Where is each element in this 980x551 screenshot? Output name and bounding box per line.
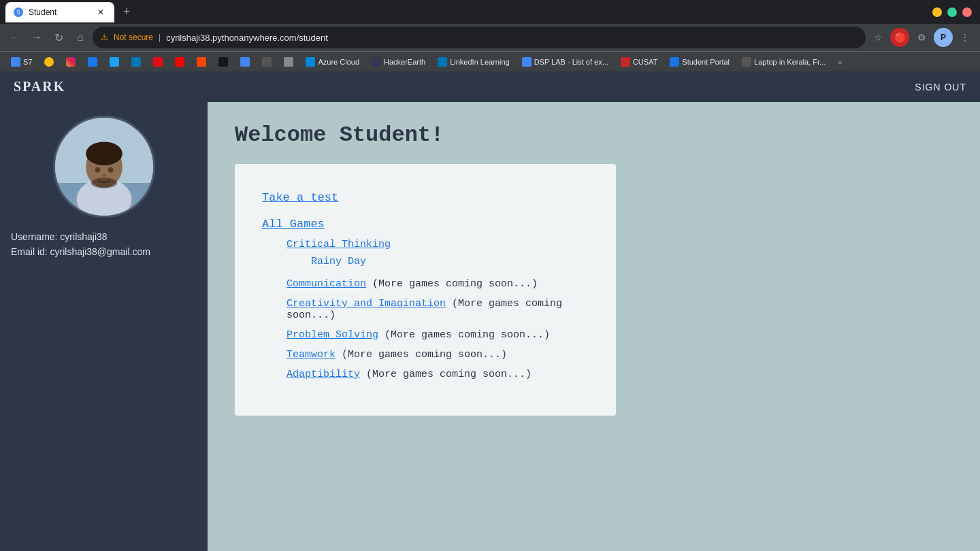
adaptibility-more: (More games coming soon...) bbox=[360, 369, 532, 380]
communication-link[interactable]: Communication bbox=[287, 278, 366, 290]
bookmark-azure[interactable]: Azure Cloud bbox=[300, 56, 365, 68]
problem-solving-more: (More games coming soon...) bbox=[378, 329, 550, 341]
creativity-link[interactable]: Creativity and Imagination bbox=[287, 298, 446, 310]
rainy-day-link[interactable]: Rainy Day bbox=[262, 256, 589, 267]
navigation-bar: ← → ↻ ⌂ ⚠ Not secure | cyrilshaji38.pyth… bbox=[0, 24, 980, 51]
bookmark-misc1[interactable] bbox=[235, 56, 255, 68]
nav-actions: ☆ 🔴 ⚙ P ⋮ bbox=[868, 28, 975, 47]
bookmarks-bar: S7 bbox=[0, 51, 980, 71]
bookmark-misc3[interactable] bbox=[278, 56, 299, 68]
bookmark-cusat[interactable]: CUSAT bbox=[615, 56, 663, 68]
bookmark-misc2[interactable] bbox=[257, 56, 277, 68]
extension-puzzle-button[interactable]: 🔴 bbox=[890, 28, 909, 47]
bookmark-reddit[interactable] bbox=[191, 56, 212, 68]
problem-solving-link[interactable]: Problem Solving bbox=[287, 329, 378, 341]
teamwork-row: Teamwork (More games coming soon...) bbox=[262, 349, 589, 361]
bookmark-dsp[interactable]: DSP LAB - List of ex... bbox=[517, 56, 614, 68]
forward-button[interactable]: → bbox=[27, 28, 46, 47]
bookmark-facebook[interactable] bbox=[82, 56, 103, 68]
bookmark-2[interactable] bbox=[39, 56, 59, 68]
welcome-title: Welcome Student! bbox=[235, 122, 953, 148]
main-content: Welcome Student! Take a test All Games C… bbox=[208, 102, 980, 551]
back-button[interactable]: ← bbox=[5, 28, 24, 47]
address-bar[interactable]: ⚠ Not secure | cyrilshaji38.pythonanywhe… bbox=[93, 27, 866, 48]
refresh-button[interactable]: ↻ bbox=[49, 28, 68, 47]
active-tab[interactable]: S Student ✕ bbox=[5, 2, 114, 22]
adaptibility-row: Adaptibility (More games coming soon...) bbox=[262, 369, 589, 380]
browser-chrome: S Student ✕ + ← → ↻ ⌂ ⚠ Not secure | cyr… bbox=[0, 0, 980, 71]
creativity-row: Creativity and Imagination (More games c… bbox=[262, 298, 589, 321]
bookmark-student-portal[interactable]: Student Portal bbox=[664, 56, 735, 68]
sidebar: Username: cyrilshaji38 Email id: cyrilsh… bbox=[0, 102, 208, 551]
svg-point-7 bbox=[108, 167, 113, 173]
url-text: cyrilshaji38.pythonanywhere.com/student bbox=[166, 33, 328, 43]
page-body: Welcome Student! Take a test All Games C… bbox=[208, 102, 980, 551]
app-header: SPARK SIGN OUT bbox=[0, 71, 980, 102]
svg-point-5 bbox=[86, 142, 122, 166]
not-secure-label: Not secure bbox=[114, 33, 153, 42]
svg-point-6 bbox=[95, 167, 100, 173]
username-label: Username: cyrilshaji38 bbox=[11, 231, 197, 242]
bookmark-linkedin[interactable] bbox=[126, 56, 146, 68]
chrome-extension-1[interactable]: ⚙ bbox=[912, 28, 931, 47]
tab-bar: S Student ✕ + bbox=[0, 0, 980, 24]
bookmarks-more-button[interactable]: » bbox=[832, 56, 847, 67]
bookmark-laptop[interactable]: Laptop in Kerala, Fr... bbox=[736, 56, 831, 68]
all-games-link[interactable]: All Games bbox=[262, 218, 589, 231]
email-label: Email id: cyrilshaji38@gmail.com bbox=[11, 246, 197, 257]
profile-button[interactable]: P bbox=[934, 28, 953, 47]
bookmark-hackerearth[interactable]: HackerEarth bbox=[366, 56, 431, 68]
bookmark-youtube[interactable] bbox=[169, 56, 190, 68]
teamwork-link[interactable]: Teamwork bbox=[287, 349, 336, 361]
communication-more: (More games coming soon...) bbox=[366, 278, 538, 290]
svg-point-9 bbox=[91, 178, 116, 188]
tab-close-button[interactable]: ✕ bbox=[95, 7, 106, 18]
bookmark-netflix[interactable] bbox=[148, 56, 168, 68]
close-button[interactable] bbox=[962, 7, 972, 17]
svg-point-8 bbox=[102, 174, 106, 177]
restore-button[interactable] bbox=[947, 7, 957, 17]
security-icon: ⚠ bbox=[101, 33, 108, 42]
adaptibility-link[interactable]: Adaptibility bbox=[287, 369, 360, 380]
sign-out-button[interactable]: SIGN OUT bbox=[915, 82, 966, 93]
sidebar-info: Username: cyrilshaji38 Email id: cyrilsh… bbox=[11, 231, 197, 261]
bookmark-instagram[interactable] bbox=[61, 56, 81, 68]
tab-favicon: S bbox=[14, 7, 23, 17]
bookmark-twitter[interactable] bbox=[104, 56, 125, 68]
bookmark-star-button[interactable]: ☆ bbox=[868, 28, 887, 47]
communication-row: Communication (More games coming soon...… bbox=[262, 278, 589, 290]
critical-thinking-link[interactable]: Critical Thinking bbox=[262, 239, 589, 250]
avatar bbox=[53, 116, 155, 218]
take-a-test-link[interactable]: Take a test bbox=[262, 191, 589, 204]
tab-title: Student bbox=[29, 7, 90, 17]
home-button[interactable]: ⌂ bbox=[71, 28, 90, 47]
content-card: Take a test All Games Critical Thinking … bbox=[235, 164, 616, 416]
menu-button[interactable]: ⋮ bbox=[956, 28, 975, 47]
new-tab-button[interactable]: + bbox=[117, 3, 136, 22]
teamwork-more: (More games coming soon...) bbox=[336, 349, 507, 361]
minimize-button[interactable] bbox=[932, 7, 942, 17]
page-area: Username: cyrilshaji38 Email id: cyrilsh… bbox=[0, 102, 980, 551]
bookmark-linkedin-learning[interactable]: LinkedIn Learning bbox=[432, 56, 514, 68]
problem-solving-row: Problem Solving (More games coming soon.… bbox=[262, 329, 589, 341]
bookmark-s7[interactable]: S7 bbox=[5, 56, 37, 68]
app-logo: SPARK bbox=[14, 79, 65, 95]
bookmark-github[interactable] bbox=[213, 56, 233, 68]
